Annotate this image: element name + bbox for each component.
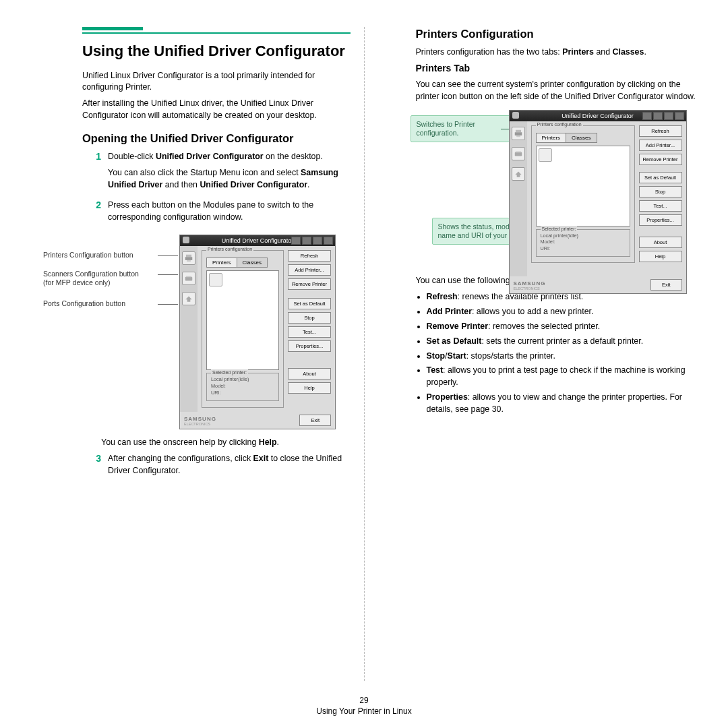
list-item: Properties: allows you to view and chang…	[427, 392, 699, 416]
label-ports-config: Ports Configuration button	[43, 299, 158, 308]
heading-rule	[82, 27, 143, 30]
svg-rect-8	[514, 152, 522, 156]
step2-text: Press each button on the Modules pane to…	[108, 200, 351, 224]
svg-rect-9	[515, 151, 520, 152]
port-icon[interactable]	[512, 167, 525, 181]
svg-rect-0	[186, 255, 191, 257]
step3-text: After changing the configurations, click…	[108, 453, 351, 477]
printers-tab-intro: You can see the current system's printer…	[416, 79, 699, 103]
add-printer-button[interactable]: Add Printer...	[288, 264, 331, 276]
svg-rect-6	[514, 132, 522, 135]
printer-list[interactable]	[206, 270, 279, 370]
step-number: 1	[82, 151, 108, 195]
tab-printers[interactable]: Printers	[536, 133, 567, 143]
intro-para-1: Unified Linux Driver Configurator is a t…	[82, 70, 351, 94]
window-title: Unified Driver Configurator	[222, 237, 294, 244]
set-default-button[interactable]: Set as Default	[639, 172, 682, 183]
exit-button[interactable]: Exit	[650, 279, 682, 291]
port-icon[interactable]	[182, 292, 195, 305]
footer-chapter: Using Your Printer in Linux	[0, 706, 728, 716]
subheading-opening: Opening the Unified Driver Configurator	[82, 131, 351, 146]
page-footer: 29 Using Your Printer in Linux	[0, 696, 728, 716]
tab-classes[interactable]: Classes	[237, 257, 268, 268]
list-item: Remove Printer: removes the selected pri…	[427, 321, 699, 333]
exit-button[interactable]: Exit	[299, 415, 331, 426]
svg-rect-5	[515, 129, 520, 132]
controls-list: Refresh: renews the available printers l…	[416, 291, 699, 417]
page-number: 29	[0, 696, 728, 705]
step-number: 3	[82, 453, 108, 481]
test-button[interactable]: Test...	[288, 326, 331, 338]
onscreen-help-note: You can use the onscreen help by clickin…	[101, 437, 351, 449]
scanner-icon[interactable]	[182, 272, 195, 285]
window-buttons[interactable]	[642, 112, 684, 120]
svg-rect-7	[516, 135, 520, 136]
add-printer-button[interactable]: Add Printer...	[639, 140, 682, 151]
subheading-printers-tab: Printers Tab	[416, 63, 699, 73]
scanner-icon[interactable]	[512, 147, 525, 160]
help-button[interactable]: Help	[288, 382, 331, 394]
label-printers-config: Printers Configuration button	[43, 251, 158, 260]
groupbox-legend: Printers configuration	[536, 122, 583, 127]
printer-list[interactable]	[536, 146, 630, 226]
step-number: 2	[82, 200, 108, 228]
list-item: Add Printer: allows you to add a new pri…	[427, 306, 699, 318]
list-item: Stop/Start: stops/starts the printer.	[427, 351, 699, 363]
window-buttons[interactable]	[291, 237, 333, 245]
groupbox-legend: Printers configuration	[206, 247, 253, 251]
samsung-sublogo: ELECTRONICS	[184, 422, 216, 426]
list-item: Test: allows you to print a test page to…	[427, 365, 699, 389]
right-intro: Printers configuration has the two tabs:…	[416, 47, 699, 59]
samsung-logo: SAMSUNG	[514, 280, 546, 286]
svg-rect-3	[185, 277, 193, 281]
about-button[interactable]: About	[639, 237, 682, 248]
label-scanners-config: Scanners Configuration button(for MFP de…	[43, 270, 158, 287]
svg-rect-2	[187, 260, 191, 262]
configurator-window-right: Unified Driver Configurator Printers con…	[509, 110, 687, 294]
list-item: Set as Default: sets the current printer…	[427, 336, 699, 348]
about-button[interactable]: About	[288, 368, 331, 380]
remove-printer-button[interactable]: Remove Printer	[639, 154, 682, 165]
help-button[interactable]: Help	[639, 251, 682, 262]
samsung-sublogo: ELECTRONICS	[514, 286, 546, 291]
printer-icon	[539, 148, 552, 162]
svg-rect-4	[186, 276, 191, 277]
tab-classes[interactable]: Classes	[566, 133, 597, 143]
stop-button[interactable]: Stop	[288, 312, 331, 324]
stop-button[interactable]: Stop	[639, 186, 682, 198]
printer-icon[interactable]	[182, 251, 195, 265]
test-button[interactable]: Test...	[639, 200, 682, 212]
window-title: Unified Driver Configurator	[562, 113, 634, 119]
refresh-button[interactable]: Refresh	[288, 250, 331, 262]
selected-printer-box: Selected printer: Local printer(idle) Mo…	[206, 373, 279, 401]
set-default-button[interactable]: Set as Default	[288, 298, 331, 309]
main-heading: Using the Unified Driver Configurator	[82, 42, 351, 61]
tab-printers[interactable]: Printers	[206, 257, 237, 268]
properties-button[interactable]: Properties...	[288, 340, 331, 352]
refresh-button[interactable]: Refresh	[639, 125, 682, 137]
subheading-printers-config: Printers Configuration	[416, 27, 699, 41]
intro-para-2: After installing the Unified Linux drive…	[82, 98, 351, 122]
svg-rect-1	[185, 257, 193, 260]
window-icon	[512, 112, 519, 119]
printer-icon	[209, 273, 222, 286]
configurator-window: Unified Driver Configurator Printers con…	[179, 235, 336, 429]
samsung-logo: SAMSUNG	[184, 416, 216, 422]
properties-button[interactable]: Properties...	[639, 214, 682, 226]
remove-printer-button[interactable]: Remove Printer	[288, 278, 331, 290]
step1-line1: Double-click Unified Driver Configurator…	[108, 151, 351, 163]
heading-rule-thin	[82, 32, 351, 34]
printer-icon[interactable]	[512, 127, 525, 140]
step1-line2: You can also click the Startup Menu icon…	[108, 167, 351, 191]
selected-printer-box: Selected printer: Local printer(idle) Mo…	[536, 229, 630, 257]
window-icon	[183, 237, 189, 243]
